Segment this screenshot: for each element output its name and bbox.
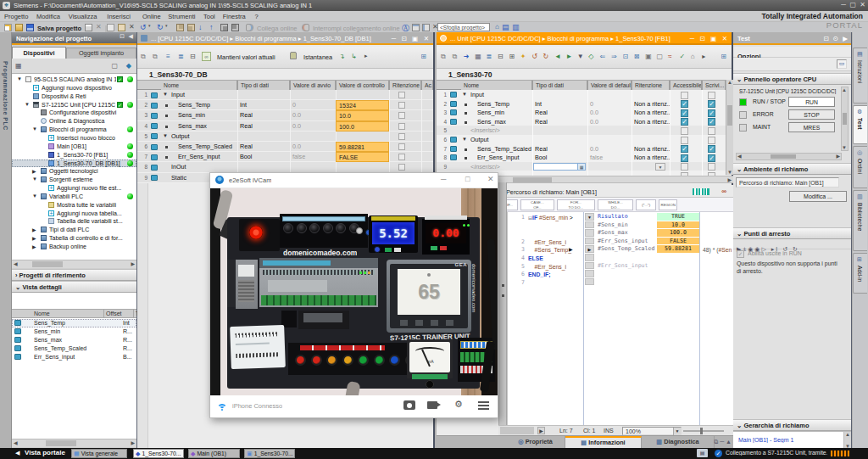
detail-row-sens_min[interactable]: Sens_min R... [12,327,136,336]
fb-tool-icon-5[interactable]: ⊟ [498,53,504,60]
ivcam-minimize[interactable]: ─ [441,175,446,183]
window1-icon[interactable] [412,24,420,31]
fb-tool-icon-16[interactable]: ⊡ [622,53,628,60]
fb-tool-icon-1[interactable]: ⧉ [452,53,457,61]
db-row-sens-max[interactable]: 4 Sens_maxReal0.0100.0 [137,121,433,132]
snippet-chip-2[interactable]: FOR...TO DO... [557,199,595,210]
editor-splitter[interactable] [498,182,507,425]
left-strip-label[interactable]: Programmazione PLC [3,61,8,131]
window-maximize[interactable]: ▢ [849,0,856,9]
test-diagram-icon[interactable]: ▭ [837,59,847,69]
side-tab-istruzioni[interactable]: ▤ Istruzioni [853,48,867,104]
menu-?[interactable]: ? [255,11,259,22]
compile-icon[interactable] [176,24,184,31]
db-retention-checkbox[interactable] [398,123,405,130]
undo-caret[interactable]: ▾ [148,23,151,28]
tree-item-mostra-tutte-le-variabili[interactable]: Mostra tutte le variabili [12,201,136,210]
fb-tool-icon-18[interactable]: ▣ [645,53,652,60]
db-retention-checkbox[interactable] [398,133,405,140]
side-tab-ordini[interactable]: ◎ Ordini [853,146,867,188]
tree-item-online-diagnostica[interactable]: Online & Diagnostica [12,117,136,126]
fb-writable-checkbox[interactable]: ✓ [708,100,715,108]
fb-tool-icon-right[interactable]: ⊞ [721,53,726,60]
zoom-slider[interactable] [683,430,724,432]
db-snapshot-button[interactable]: Istantanea [303,53,332,61]
search-input[interactable] [437,23,490,31]
section-progetti-riferimento[interactable]: › Progetti di riferimento [12,269,136,281]
nav-pin-icon[interactable]: ⊡ [120,33,125,40]
db-row-err-sens-input[interactable]: 7 Err_Sens_inputBoolfalseFALSE [137,152,433,162]
code-area[interactable]: 1⊟IF #Sens_min > 2 #Err_Sens_i3 #Sens_Te… [507,212,733,425]
tree-item-aggiungi-nuovo-file-est-[interactable]: +Aggiungi nuovo file est... [12,184,136,193]
fb-tool-icon-8[interactable]: ↺ [531,53,537,60]
tree-item-tipi-di-dati-plc[interactable]: ▶Tipi di dati PLC [12,226,136,234]
project-home-icon[interactable]: ⌂ [495,23,499,31]
fb-header[interactable]: ... Unit [CPU 1215C DC/DC/DC] ▸ Blocchi … [437,32,732,45]
fb-minimize-icon[interactable]: ─ [690,32,694,45]
ivcam-titlebar[interactable]: e2eSoft iVCam ─ □ ✕ [210,173,498,188]
fb-accessible-checkbox[interactable]: ✓ [681,109,688,117]
interrompi-button[interactable]: Interrompi collegamento online [313,25,400,32]
tree-item-s7-1215c-unit-cpu-1215c-[interactable]: ▼S7-1215C Unit [CPU 1215C ...✓ [12,101,136,109]
menu-finestra[interactable]: Finestra [223,11,246,22]
save-project-button[interactable]: Salva progetto [37,25,81,32]
fb-tool-icon-6[interactable]: ⊞ [509,53,515,60]
tree-item-95-scl5-scaling-analog-in-1[interactable]: ▼95-SCL5 SCALING analog IN 1✓ [12,76,136,84]
detail-row-sens_temp_scaled[interactable]: Sens_Temp_Scaled R... [12,344,136,353]
cpu-hscrollbar[interactable]: ◀ ▶ [736,153,842,160]
fb-tool-icon-21[interactable]: ✓ [679,53,685,60]
print-icon[interactable] [85,24,92,31]
download-icon[interactable]: ↓ [198,23,203,31]
fb-accessible-checkbox[interactable]: ✓ [681,145,688,153]
fb-tool-icon-13[interactable]: ◇ [588,53,593,60]
portal-view-button[interactable]: Vista portale [25,449,65,456]
taskbar-tab-3[interactable]: ▣1_Sens30-70... [244,449,295,458]
fb-writable-checkbox[interactable]: ✓ [708,118,715,126]
redo-caret[interactable]: ▾ [165,23,168,28]
fb-accessible-checkbox[interactable]: ✓ [681,154,688,162]
collega-online-button[interactable]: Collega online [257,25,298,32]
tab-informazioni[interactable]: ▤ Informazioni [565,436,642,449]
save-icon[interactable] [26,24,34,31]
tree-item-backup-online[interactable]: ▶Backup online [12,243,136,251]
test-expand-icon[interactable]: ▶ [843,32,848,45]
go-online-icon[interactable] [246,24,253,31]
db-close-icon[interactable]: ✕ [424,32,429,45]
cpu-button-mres[interactable]: MRES [788,122,835,132]
db-keep-values-button[interactable]: Mantieni valori attuali [217,53,275,61]
tree-item-1-sens30-70-fb1-[interactable]: 1_Sens30-70 [FB1] [12,151,136,160]
fb-maximize-icon[interactable]: ▣ [710,32,716,45]
side-tab-test[interactable]: ⚙ Test [853,105,867,144]
section-punti-arresto[interactable]: ⌄ Punti di arresto [733,227,851,239]
settings-gear-icon[interactable]: ⚙ [454,399,463,410]
inspector-window-icons[interactable]: ⧉ ─ ▲ [714,439,732,445]
menu-hamburger-icon[interactable] [478,400,489,410]
test-pin-icon[interactable]: ⊙ [833,32,838,45]
tree-item-dispositivi-reti[interactable]: Dispositivi & Reti [12,92,136,101]
side-tab-add-in[interactable]: ⊞ Add-in [853,253,867,294]
menu-strumenti[interactable]: Strumenti [168,11,195,22]
tab-diagnostica[interactable]: ▥ Diagnostica [642,436,715,449]
window-close[interactable]: ✕ [860,0,865,9]
fb-tool-icon-0[interactable]: ⧉ [441,53,446,61]
tree-item-inserisci-nuovo-blocco[interactable]: +Inserisci nuovo blocco [12,134,136,143]
fb-writable-checkbox[interactable]: ✓ [708,154,715,162]
record-video-icon[interactable] [427,401,437,409]
tree-item-tabella-di-controllo-e-di-for-[interactable]: ▶Tabella di controllo e di for... [12,234,136,243]
fb-vscrollbar[interactable]: ▲ ▼ [726,80,733,175]
detail-row-sens_temp[interactable]: Sens_Temp Int [12,319,136,327]
db-minimize-icon[interactable]: ─ [392,32,396,45]
tree-item-configurazione-dispositivi[interactable]: Configurazione dispositivi [12,109,136,117]
detail-row-err_sens_input[interactable]: Err_Sens_input B... [12,353,136,361]
nav-view-icon[interactable]: ▢ [111,62,118,70]
upload-icon[interactable]: ↑ [209,23,214,31]
fb-tool-icon-17[interactable]: ⊠ [634,53,640,60]
menu-tool[interactable]: Tool [203,11,215,22]
cut-icon[interactable]: ✕ [96,23,102,31]
section-ambiente[interactable]: ⌄ Ambiente di richiamo [733,163,851,175]
fb-tool-icon-9[interactable]: ↻ [543,53,549,60]
fb-writable-checkbox[interactable]: ✓ [708,109,715,117]
fb-tool-icon-11[interactable]: ► [565,53,572,60]
fb-tool-icon-7[interactable]: ✦ [520,53,526,60]
fb-accessible-checkbox[interactable]: ✓ [681,118,688,126]
